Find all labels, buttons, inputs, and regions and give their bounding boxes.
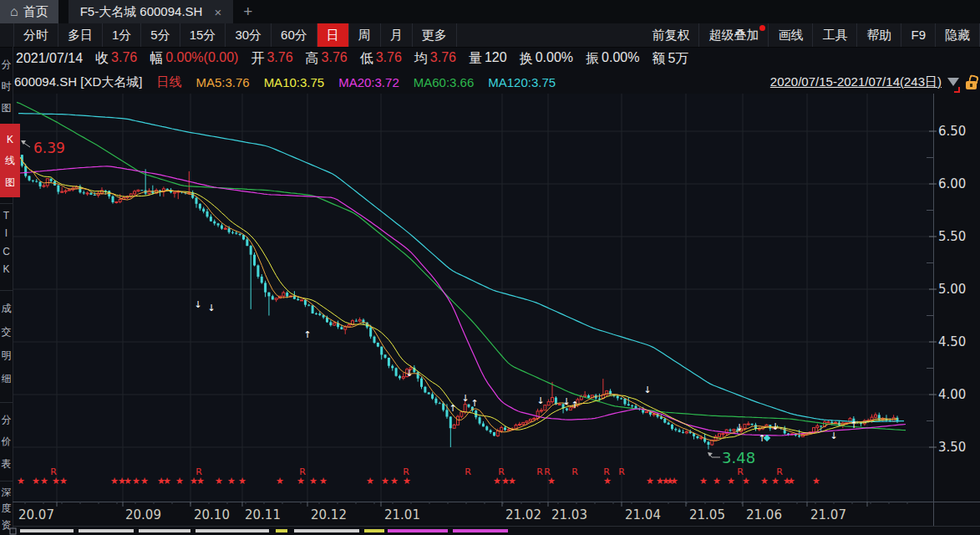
svg-text:↓: ↓ xyxy=(771,421,779,432)
period-button-1分[interactable]: 1分 xyxy=(103,23,141,47)
period-button-分时[interactable]: 分时 xyxy=(14,23,58,47)
svg-text:21.07: 21.07 xyxy=(810,507,846,522)
info-field-振: 振0.00% xyxy=(586,50,639,68)
svg-text:4.50: 4.50 xyxy=(938,334,966,349)
info-label: 振 xyxy=(586,50,599,68)
svg-text:R: R xyxy=(50,466,57,477)
info-value: 0.00% xyxy=(602,50,639,68)
info-field-幅: 幅0.00%(0.00) xyxy=(150,50,238,68)
sidebar-item-K线图[interactable]: K线图 xyxy=(0,124,20,197)
date-range-link[interactable]: 2020/07/15-2021/07/14(243日) xyxy=(770,74,942,90)
info-value: 5万 xyxy=(668,50,688,68)
tab-stock-label: F5-大名城 600094.SH xyxy=(80,4,203,20)
period-button-5分[interactable]: 5分 xyxy=(141,23,180,47)
info-value: 120 xyxy=(485,50,507,68)
svg-text:★: ★ xyxy=(670,476,678,487)
home-icon: ⌂ xyxy=(10,5,18,18)
tool-button-帮助[interactable]: 帮助 xyxy=(857,23,901,47)
info-value: 3.76 xyxy=(430,50,456,68)
stock-app-window: ⌂ 首页 F5-大名城 600094.SH × + 分时多日1分5分15分30分… xyxy=(0,0,980,535)
svg-text:★: ★ xyxy=(390,476,399,487)
info-label: 量 xyxy=(469,50,482,68)
svg-text:6.50: 6.50 xyxy=(938,124,966,139)
svg-text:6.00: 6.00 xyxy=(938,176,966,191)
svg-text:★: ★ xyxy=(238,476,246,487)
tab-home-label: 首页 xyxy=(23,4,48,20)
tool-button-超级叠加[interactable]: 超级叠加 xyxy=(699,23,769,47)
period-button-多日[interactable]: 多日 xyxy=(58,23,103,47)
svg-text:20.12: 20.12 xyxy=(311,507,347,522)
new-tab-button[interactable]: + xyxy=(233,0,262,23)
svg-text:↓: ↓ xyxy=(735,422,743,433)
svg-text:★: ★ xyxy=(812,476,820,487)
svg-text:★: ★ xyxy=(760,476,769,487)
svg-text:★: ★ xyxy=(40,476,48,487)
svg-text:20.07: 20.07 xyxy=(18,507,54,522)
symbol-name: 600094.SH [XD大名城] xyxy=(14,74,142,90)
period-button-60分[interactable]: 60分 xyxy=(272,23,317,47)
kline-chart-canvas[interactable]: 6.506.005.505.004.504.003.5020.0720.0920… xyxy=(0,94,980,535)
svg-text:3.50: 3.50 xyxy=(938,440,966,455)
svg-text:★: ★ xyxy=(175,476,184,487)
info-value: 0.00%(0.00) xyxy=(165,50,238,68)
svg-text:R: R xyxy=(403,466,409,477)
svg-text:↓: ↓ xyxy=(207,303,215,313)
ma-legend-MA10: MA10:3.75 xyxy=(264,75,325,89)
tab-home[interactable]: ⌂ 首页 xyxy=(0,0,58,23)
period-buttons: 分时多日1分5分15分30分60分日周月更多 xyxy=(13,23,457,47)
tool-button-工具[interactable]: 工具 xyxy=(813,23,857,47)
tool-button-前复权[interactable]: 前复权 xyxy=(642,23,699,47)
svg-text:★: ★ xyxy=(508,476,516,487)
info-field-均: 均3.76 xyxy=(414,50,456,68)
period-button-日[interactable]: 日 xyxy=(317,23,349,47)
svg-text:↓: ↓ xyxy=(461,393,469,404)
svg-text:↓: ↓ xyxy=(562,396,570,407)
period-button-月[interactable]: 月 xyxy=(381,23,413,47)
quote-date: 2021/07/14 xyxy=(16,51,83,66)
svg-text:★: ★ xyxy=(319,476,328,487)
info-value: 3.76 xyxy=(376,50,402,68)
red-corner-mark xyxy=(954,87,960,93)
tool-button-隐藏[interactable]: 隐藏 xyxy=(936,23,980,47)
tool-button-画线[interactable]: 画线 xyxy=(769,23,813,47)
info-value: 3.76 xyxy=(267,50,292,68)
info-label: 幅 xyxy=(150,50,163,68)
tool-buttons: 前复权超级叠加画线工具帮助F9隐藏 xyxy=(642,23,980,47)
svg-text:★: ★ xyxy=(787,476,795,487)
svg-text:5.00: 5.00 xyxy=(938,282,966,297)
svg-text:21.01: 21.01 xyxy=(384,507,420,522)
tool-button-F9[interactable]: F9 xyxy=(901,23,936,47)
svg-text:5.50: 5.50 xyxy=(938,229,966,244)
svg-text:6.39: 6.39 xyxy=(33,140,65,156)
period-button-15分[interactable]: 15分 xyxy=(180,23,226,47)
close-icon[interactable]: × xyxy=(214,6,221,18)
unlock-icon[interactable] xyxy=(966,81,977,89)
svg-text:R: R xyxy=(571,466,578,477)
dropdown-arrow-icon[interactable] xyxy=(947,76,960,88)
notification-dot xyxy=(759,25,765,31)
svg-text:★: ★ xyxy=(163,476,171,487)
period-button-周[interactable]: 周 xyxy=(349,23,381,47)
svg-text:★: ★ xyxy=(124,476,132,487)
svg-text:↑: ↑ xyxy=(470,398,478,409)
svg-text:★: ★ xyxy=(140,476,149,487)
svg-text:↓: ↓ xyxy=(830,431,837,441)
svg-text:3.48: 3.48 xyxy=(722,449,755,466)
svg-text:★: ★ xyxy=(215,476,223,487)
info-value: 3.76 xyxy=(322,50,348,68)
info-field-高: 高3.76 xyxy=(306,50,348,68)
ma-legend-MA5: MA5:3.76 xyxy=(195,75,249,89)
tab-stock-600094[interactable]: F5-大名城 600094.SH × xyxy=(69,0,234,23)
svg-text:★: ★ xyxy=(276,476,284,487)
period-button-更多[interactable]: 更多 xyxy=(413,23,457,47)
svg-text:↑: ↑ xyxy=(303,329,311,340)
info-label: 低 xyxy=(360,50,373,68)
svg-text:★: ★ xyxy=(699,476,708,487)
svg-text:★: ★ xyxy=(227,476,236,487)
svg-text:R: R xyxy=(498,466,505,477)
info-value: 3.76 xyxy=(111,50,137,68)
info-label: 高 xyxy=(306,50,319,68)
period-button-30分[interactable]: 30分 xyxy=(226,23,272,47)
period-toolbar: 分时多日1分5分15分30分60分日周月更多 前复权超级叠加画线工具帮助F9隐藏 xyxy=(0,23,980,48)
info-label: 换 xyxy=(520,50,533,68)
